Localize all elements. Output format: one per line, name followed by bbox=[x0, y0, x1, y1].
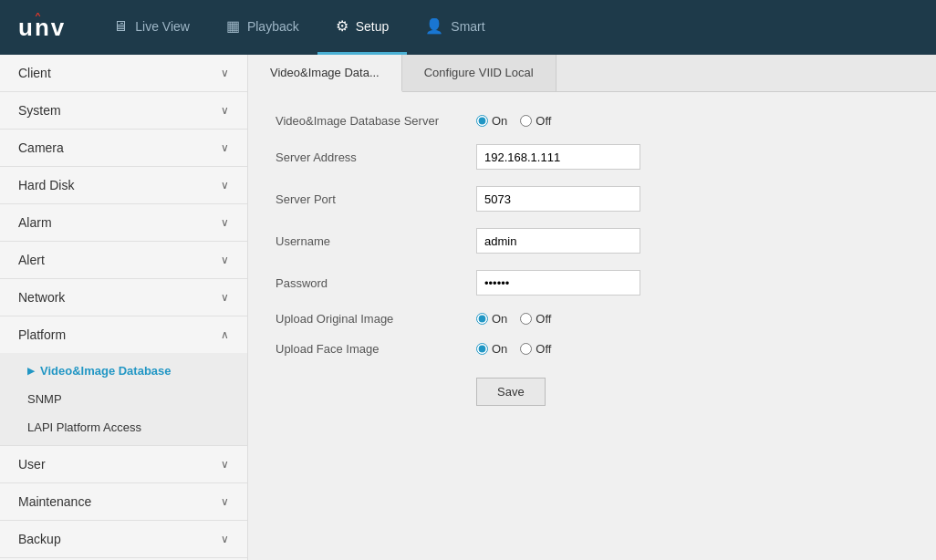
sidebar-sub-video-image-db[interactable]: ▶ Video&Image Database bbox=[0, 357, 247, 385]
sidebar-hard-disk-header[interactable]: Hard Disk ∨ bbox=[0, 167, 247, 203]
sidebar-network-header[interactable]: Network ∨ bbox=[0, 279, 247, 316]
sidebar-item-maintenance: Maintenance ∨ bbox=[0, 483, 247, 521]
sidebar-system-header[interactable]: System ∨ bbox=[0, 92, 247, 129]
radio-upload-face-on-input[interactable] bbox=[476, 343, 488, 355]
sidebar-user-header[interactable]: User ∨ bbox=[0, 446, 247, 482]
sidebar-maintenance-header[interactable]: Maintenance ∨ bbox=[0, 483, 247, 520]
radio-upload-original: On Off bbox=[476, 312, 551, 326]
radio-upload-original-off[interactable]: Off bbox=[520, 312, 551, 326]
sidebar-sub-snmp[interactable]: SNMP bbox=[0, 385, 247, 413]
tab-configure-viid[interactable]: Configure VIID Local bbox=[402, 55, 556, 91]
sidebar-alert-label: Alert bbox=[18, 253, 45, 267]
tab-video-image-data[interactable]: Video&Image Data... bbox=[248, 55, 402, 92]
nav-setup[interactable]: ⚙ Setup bbox=[317, 0, 408, 55]
logo-accent: ˄ bbox=[34, 10, 42, 30]
chevron-down-icon: ∨ bbox=[221, 533, 229, 545]
sidebar-backup-label: Backup bbox=[18, 532, 61, 546]
tab-video-image-data-label: Video&Image Data... bbox=[270, 66, 380, 79]
gear-icon: ⚙ bbox=[336, 17, 348, 35]
label-server-port: Server Port bbox=[276, 192, 476, 206]
password-control bbox=[476, 270, 640, 296]
sidebar-camera-label: Camera bbox=[18, 140, 64, 155]
radio-db-server-off-input[interactable] bbox=[520, 115, 532, 127]
username-control bbox=[476, 228, 640, 254]
nav-bar: 🖥 Live View ▦ Playback ⚙ Setup 👤 Smart bbox=[95, 0, 918, 55]
radio-upload-face-on-label: On bbox=[492, 342, 507, 356]
sidebar-user-label: User bbox=[18, 457, 46, 472]
sidebar-sub-snmp-label: SNMP bbox=[27, 392, 62, 406]
field-row-upload-face: Upload Face Image On Off bbox=[276, 342, 909, 356]
sidebar-backup-header[interactable]: Backup ∨ bbox=[0, 521, 247, 557]
label-server-address: Server Address bbox=[276, 150, 476, 164]
chevron-down-icon: ∨ bbox=[221, 67, 229, 79]
tab-configure-viid-label: Configure VIID Local bbox=[424, 66, 534, 79]
nav-smart-label: Smart bbox=[451, 19, 484, 34]
sidebar-item-hard-disk: Hard Disk ∨ bbox=[0, 167, 247, 204]
nav-playback-label: Playback bbox=[247, 19, 299, 34]
sidebar-platform-header[interactable]: Platform ∧ bbox=[0, 316, 247, 353]
sidebar-item-user: User ∨ bbox=[0, 446, 247, 483]
chevron-down-icon: ∨ bbox=[221, 104, 229, 117]
field-row-upload-original: Upload Original Image On Off bbox=[276, 312, 909, 326]
server-address-control bbox=[476, 144, 640, 170]
person-icon: 👤 bbox=[425, 17, 443, 35]
radio-upload-original-off-input[interactable] bbox=[520, 313, 532, 325]
label-db-server: Video&Image Database Server bbox=[276, 114, 476, 128]
radio-upload-original-on-label: On bbox=[492, 312, 507, 326]
field-row-password: Password bbox=[276, 270, 909, 296]
radio-db-server-on-input[interactable] bbox=[476, 115, 488, 127]
radio-upload-face-off-input[interactable] bbox=[520, 343, 532, 355]
server-address-input[interactable] bbox=[476, 144, 640, 170]
radio-db-server-on[interactable]: On bbox=[476, 114, 507, 128]
radio-upload-original-on[interactable]: On bbox=[476, 312, 507, 326]
playback-icon: ▦ bbox=[226, 17, 240, 35]
sidebar-sub-lapi-label: LAPI Platform Access bbox=[27, 420, 141, 434]
tab-bar: Video&Image Data... Configure VIID Local bbox=[248, 55, 936, 92]
sidebar-sub-video-image-db-label: Video&Image Database bbox=[40, 364, 172, 378]
sidebar-item-network: Network ∨ bbox=[0, 279, 247, 316]
username-input[interactable] bbox=[476, 228, 640, 254]
sidebar-client-header[interactable]: Client ∨ bbox=[0, 55, 247, 91]
nav-live-view[interactable]: 🖥 Live View bbox=[95, 0, 208, 55]
radio-db-server-on-label: On bbox=[492, 114, 507, 128]
save-button[interactable]: Save bbox=[476, 378, 546, 406]
radio-upload-face: On Off bbox=[476, 342, 551, 356]
server-port-control bbox=[476, 186, 640, 212]
logo: unv ˄ bbox=[18, 14, 58, 42]
sidebar-platform-subitems: ▶ Video&Image Database SNMP LAPI Platfor… bbox=[0, 353, 247, 445]
sidebar-sub-lapi[interactable]: LAPI Platform Access bbox=[0, 413, 247, 441]
chevron-down-icon: ∨ bbox=[221, 495, 229, 508]
label-username: Username bbox=[276, 234, 476, 248]
monitor-icon: 🖥 bbox=[113, 18, 128, 35]
nav-setup-label: Setup bbox=[356, 19, 390, 34]
nav-playback[interactable]: ▦ Playback bbox=[208, 0, 317, 55]
radio-upload-face-on[interactable]: On bbox=[476, 342, 507, 356]
nav-smart[interactable]: 👤 Smart bbox=[407, 0, 503, 55]
chevron-down-icon: ∨ bbox=[221, 141, 229, 154]
sidebar-hard-disk-label: Hard Disk bbox=[18, 178, 74, 192]
sidebar-network-label: Network bbox=[18, 290, 65, 305]
sidebar-client-label: Client bbox=[18, 66, 51, 80]
radio-db-server-off-label: Off bbox=[536, 114, 551, 128]
save-button-label: Save bbox=[497, 385, 525, 399]
field-row-db-server: Video&Image Database Server On Off bbox=[276, 114, 909, 128]
sidebar-alarm-label: Alarm bbox=[18, 215, 52, 230]
sidebar-item-client: Client ∨ bbox=[0, 55, 247, 92]
sidebar-item-camera: Camera ∨ bbox=[0, 130, 247, 167]
chevron-down-icon: ∨ bbox=[221, 216, 229, 229]
sidebar-alarm-header[interactable]: Alarm ∨ bbox=[0, 204, 247, 241]
radio-db-server: On Off bbox=[476, 114, 551, 128]
sidebar-camera-header[interactable]: Camera ∨ bbox=[0, 130, 247, 166]
server-port-input[interactable] bbox=[476, 186, 640, 212]
password-input[interactable] bbox=[476, 270, 640, 296]
radio-upload-original-off-label: Off bbox=[536, 312, 551, 326]
radio-upload-original-on-input[interactable] bbox=[476, 313, 488, 325]
radio-upload-face-off-label: Off bbox=[536, 342, 551, 356]
form-area: Video&Image Database Server On Off Serve… bbox=[248, 92, 936, 560]
radio-db-server-off[interactable]: Off bbox=[520, 114, 551, 128]
radio-upload-face-off[interactable]: Off bbox=[520, 342, 551, 356]
sidebar-alert-header[interactable]: Alert ∨ bbox=[0, 242, 247, 278]
chevron-down-icon: ∨ bbox=[221, 291, 229, 304]
sidebar-maintenance-label: Maintenance bbox=[18, 494, 91, 509]
sidebar-item-alarm: Alarm ∨ bbox=[0, 204, 247, 242]
